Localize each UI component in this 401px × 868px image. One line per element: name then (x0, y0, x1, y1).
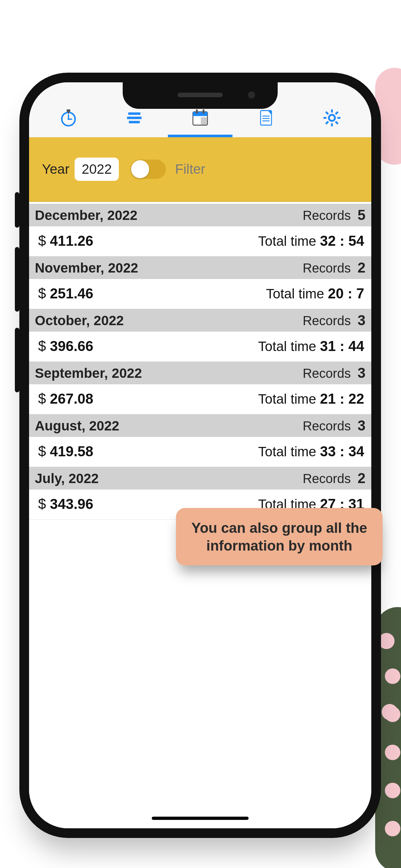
svg-rect-10 (193, 112, 208, 116)
svg-rect-6 (128, 113, 141, 115)
month-amount: $419.58 (38, 443, 93, 460)
records-count: Records 2 (303, 259, 366, 276)
month-name: August, 2022 (35, 418, 119, 434)
calendar-icon (190, 108, 210, 129)
svg-line-26 (335, 112, 338, 114)
svg-rect-2 (68, 111, 69, 114)
filter-bar: Year 2022 Filter (29, 137, 371, 202)
month-name: November, 2022 (35, 260, 138, 276)
month-row[interactable]: November, 2022Records 2$251.46Total time… (29, 256, 371, 309)
tab-list[interactable] (121, 105, 147, 131)
month-row-body: $419.58Total time 33 : 34 (29, 437, 371, 467)
year-label: Year (42, 161, 69, 177)
month-row-body: $267.08Total time 21 : 22 (29, 384, 371, 414)
month-total-time: Total time 21 : 22 (258, 391, 364, 407)
filter-toggle[interactable] (130, 159, 166, 179)
month-total-time: Total time 33 : 34 (258, 443, 364, 460)
tab-settings[interactable] (319, 105, 345, 131)
svg-point-19 (329, 115, 335, 121)
svg-line-27 (326, 121, 328, 124)
month-row-header: August, 2022Records 3 (29, 414, 371, 437)
svg-rect-13 (201, 117, 207, 125)
svg-rect-12 (203, 110, 205, 114)
document-icon (256, 108, 276, 129)
svg-rect-8 (129, 121, 140, 123)
month-row[interactable]: October, 2022Records 3$396.66Total time … (29, 309, 371, 362)
decorative-dots (382, 646, 401, 868)
records-count: Records 2 (303, 470, 366, 486)
toggle-knob (131, 160, 149, 178)
month-row-header: October, 2022Records 3 (29, 309, 371, 332)
gear-icon (322, 108, 342, 129)
list-icon (125, 108, 144, 129)
month-row[interactable]: December, 2022Records 5$411.26Total time… (29, 204, 371, 256)
year-input[interactable]: 2022 (74, 158, 119, 181)
month-row[interactable]: September, 2022Records 3$267.08Total tim… (29, 362, 371, 414)
phone-frame: Year 2022 Filter December, 2022Records 5… (19, 73, 381, 838)
phone-side-button (15, 328, 19, 392)
filter-label: Filter (175, 161, 205, 177)
month-name: July, 2022 (35, 471, 99, 486)
month-amount: $396.66 (38, 338, 93, 354)
svg-rect-11 (196, 110, 198, 114)
stopwatch-icon (59, 108, 78, 129)
home-indicator (152, 817, 249, 820)
month-row-header: July, 2022Records 2 (29, 467, 371, 490)
month-row-header: November, 2022Records 2 (29, 256, 371, 279)
phone-notch (123, 82, 278, 109)
month-row-body: $251.46Total time 20 : 7 (29, 279, 371, 309)
month-amount: $267.08 (38, 391, 93, 407)
month-amount: $343.96 (38, 496, 93, 512)
month-total-time: Total time 32 : 54 (258, 233, 364, 249)
month-name: October, 2022 (35, 313, 124, 329)
phone-screen: Year 2022 Filter December, 2022Records 5… (29, 82, 371, 828)
svg-point-5 (67, 118, 69, 120)
svg-rect-7 (127, 117, 142, 119)
month-name: September, 2022 (35, 366, 142, 381)
records-count: Records 5 (303, 207, 366, 223)
tab-timer[interactable] (56, 105, 81, 131)
month-name: December, 2022 (35, 208, 137, 223)
month-total-time: Total time 31 : 44 (258, 338, 364, 354)
month-row-body: $396.66Total time 31 : 44 (29, 332, 371, 361)
month-amount: $251.46 (38, 285, 93, 302)
records-count: Records 3 (303, 417, 366, 434)
tab-calendar[interactable] (187, 105, 213, 131)
month-row-header: September, 2022Records 3 (29, 362, 371, 384)
month-row[interactable]: August, 2022Records 3$419.58Total time 3… (29, 414, 371, 467)
records-count: Records 3 (303, 312, 366, 329)
month-total-time: Total time 20 : 7 (266, 285, 364, 302)
month-row-header: December, 2022Records 5 (29, 204, 371, 226)
records-count: Records 3 (303, 365, 366, 381)
phone-side-button (15, 192, 19, 228)
tab-notes[interactable] (253, 105, 279, 131)
phone-side-button (15, 247, 19, 312)
promo-callout: You can also group all the information b… (176, 508, 382, 565)
svg-line-25 (335, 121, 338, 124)
svg-line-24 (326, 112, 328, 114)
month-row-body: $411.26Total time 32 : 54 (29, 226, 371, 256)
month-amount: $411.26 (38, 233, 93, 249)
